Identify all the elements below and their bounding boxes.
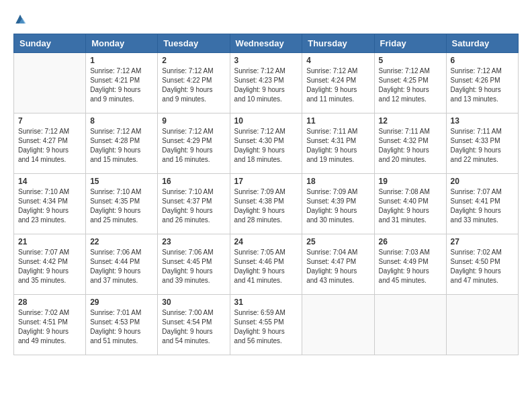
calendar-cell: 16Sunrise: 7:10 AMSunset: 4:37 PMDayligh… — [158, 174, 230, 234]
week-row-5: 28Sunrise: 7:02 AMSunset: 4:51 PMDayligh… — [14, 295, 519, 355]
logo-icon — [13, 13, 27, 27]
day-number: 27 — [451, 237, 514, 246]
day-info: Sunrise: 7:12 AMSunset: 4:29 PMDaylight:… — [162, 127, 225, 165]
day-info: Sunrise: 7:10 AMSunset: 4:37 PMDaylight:… — [162, 187, 225, 225]
calendar-cell: 26Sunrise: 7:03 AMSunset: 4:49 PMDayligh… — [374, 234, 446, 295]
calendar-cell: 8Sunrise: 7:12 AMSunset: 4:28 PMDaylight… — [86, 113, 158, 174]
calendar-cell: 10Sunrise: 7:12 AMSunset: 4:30 PMDayligh… — [230, 113, 302, 174]
day-number: 19 — [379, 177, 442, 186]
calendar-cell: 18Sunrise: 7:09 AMSunset: 4:39 PMDayligh… — [302, 174, 374, 234]
calendar-cell: 13Sunrise: 7:11 AMSunset: 4:33 PMDayligh… — [446, 113, 518, 174]
calendar-cell: 19Sunrise: 7:08 AMSunset: 4:40 PMDayligh… — [374, 174, 446, 234]
day-info: Sunrise: 7:08 AMSunset: 4:40 PMDaylight:… — [379, 187, 442, 225]
week-row-1: 1Sunrise: 7:12 AMSunset: 4:21 PMDaylight… — [14, 53, 519, 113]
day-number: 11 — [306, 116, 369, 126]
calendar-cell: 14Sunrise: 7:10 AMSunset: 4:34 PMDayligh… — [14, 174, 86, 234]
day-info: Sunrise: 7:12 AMSunset: 4:21 PMDaylight:… — [90, 66, 153, 104]
day-number: 24 — [234, 237, 298, 246]
day-number: 23 — [162, 237, 225, 246]
day-info: Sunrise: 7:04 AMSunset: 4:47 PMDaylight:… — [306, 248, 369, 285]
calendar-cell: 17Sunrise: 7:09 AMSunset: 4:38 PMDayligh… — [230, 174, 302, 234]
calendar-cell: 7Sunrise: 7:12 AMSunset: 4:27 PMDaylight… — [14, 113, 86, 174]
calendar-cell: 31Sunrise: 6:59 AMSunset: 4:55 PMDayligh… — [230, 295, 302, 355]
col-header-sunday: Sunday — [14, 34, 86, 53]
day-number: 3 — [234, 56, 298, 65]
day-number: 14 — [18, 177, 81, 186]
day-info: Sunrise: 7:00 AMSunset: 4:54 PMDaylight:… — [162, 308, 225, 346]
day-info: Sunrise: 7:12 AMSunset: 4:23 PMDaylight:… — [234, 66, 298, 104]
day-info: Sunrise: 7:02 AMSunset: 4:50 PMDaylight:… — [451, 248, 514, 285]
calendar-cell: 9Sunrise: 7:12 AMSunset: 4:29 PMDaylight… — [158, 113, 230, 174]
calendar-cell: 25Sunrise: 7:04 AMSunset: 4:47 PMDayligh… — [302, 234, 374, 295]
calendar-cell: 11Sunrise: 7:11 AMSunset: 4:31 PMDayligh… — [302, 113, 374, 174]
day-number: 17 — [234, 177, 298, 186]
day-info: Sunrise: 7:12 AMSunset: 4:25 PMDaylight:… — [379, 66, 442, 104]
day-info: Sunrise: 7:03 AMSunset: 4:49 PMDaylight:… — [379, 248, 442, 285]
day-info: Sunrise: 7:12 AMSunset: 4:22 PMDaylight:… — [162, 66, 225, 104]
calendar-cell: 29Sunrise: 7:01 AMSunset: 4:53 PMDayligh… — [86, 295, 158, 355]
day-info: Sunrise: 7:01 AMSunset: 4:53 PMDaylight:… — [90, 308, 153, 346]
calendar-cell — [374, 295, 446, 355]
day-number: 28 — [18, 298, 81, 307]
day-info: Sunrise: 7:07 AMSunset: 4:41 PMDaylight:… — [451, 187, 514, 225]
col-header-thursday: Thursday — [302, 34, 374, 53]
week-row-3: 14Sunrise: 7:10 AMSunset: 4:34 PMDayligh… — [14, 174, 519, 234]
col-header-friday: Friday — [374, 34, 446, 53]
day-info: Sunrise: 7:11 AMSunset: 4:31 PMDaylight:… — [306, 127, 369, 165]
col-header-wednesday: Wednesday — [230, 34, 302, 53]
day-number: 16 — [162, 177, 225, 186]
calendar-cell: 5Sunrise: 7:12 AMSunset: 4:25 PMDaylight… — [374, 53, 446, 113]
day-info: Sunrise: 7:10 AMSunset: 4:34 PMDaylight:… — [18, 187, 81, 225]
logo — [13, 13, 30, 27]
day-number: 5 — [379, 56, 442, 65]
calendar-cell — [14, 53, 86, 113]
calendar-cell: 1Sunrise: 7:12 AMSunset: 4:21 PMDaylight… — [86, 53, 158, 113]
day-number: 18 — [306, 177, 369, 186]
page-header — [13, 13, 519, 27]
day-info: Sunrise: 7:11 AMSunset: 4:33 PMDaylight:… — [451, 127, 514, 165]
week-row-2: 7Sunrise: 7:12 AMSunset: 4:27 PMDaylight… — [14, 113, 519, 174]
day-number: 1 — [90, 56, 153, 65]
calendar-cell: 22Sunrise: 7:06 AMSunset: 4:44 PMDayligh… — [86, 234, 158, 295]
calendar-cell: 21Sunrise: 7:07 AMSunset: 4:42 PMDayligh… — [14, 234, 86, 295]
day-info: Sunrise: 6:59 AMSunset: 4:55 PMDaylight:… — [234, 308, 298, 346]
calendar-cell — [446, 295, 518, 355]
day-number: 6 — [451, 56, 514, 65]
day-info: Sunrise: 7:12 AMSunset: 4:28 PMDaylight:… — [90, 127, 153, 165]
day-info: Sunrise: 7:12 AMSunset: 4:27 PMDaylight:… — [18, 127, 81, 165]
day-number: 26 — [379, 237, 442, 246]
day-info: Sunrise: 7:02 AMSunset: 4:51 PMDaylight:… — [18, 308, 81, 346]
calendar-cell: 3Sunrise: 7:12 AMSunset: 4:23 PMDaylight… — [230, 53, 302, 113]
day-info: Sunrise: 7:11 AMSunset: 4:32 PMDaylight:… — [379, 127, 442, 165]
day-info: Sunrise: 7:12 AMSunset: 4:30 PMDaylight:… — [234, 127, 298, 165]
day-info: Sunrise: 7:09 AMSunset: 4:38 PMDaylight:… — [234, 187, 298, 225]
day-info: Sunrise: 7:06 AMSunset: 4:44 PMDaylight:… — [90, 248, 153, 285]
col-header-saturday: Saturday — [446, 34, 518, 53]
week-row-4: 21Sunrise: 7:07 AMSunset: 4:42 PMDayligh… — [14, 234, 519, 295]
day-number: 7 — [18, 116, 81, 126]
day-number: 15 — [90, 177, 153, 186]
day-info: Sunrise: 7:09 AMSunset: 4:39 PMDaylight:… — [306, 187, 369, 225]
day-number: 4 — [306, 56, 369, 65]
day-number: 31 — [234, 298, 298, 307]
calendar-cell: 27Sunrise: 7:02 AMSunset: 4:50 PMDayligh… — [446, 234, 518, 295]
day-number: 25 — [306, 237, 369, 246]
day-info: Sunrise: 7:07 AMSunset: 4:42 PMDaylight:… — [18, 248, 81, 285]
calendar-cell — [302, 295, 374, 355]
day-number: 13 — [451, 116, 514, 126]
day-info: Sunrise: 7:10 AMSunset: 4:35 PMDaylight:… — [90, 187, 153, 225]
day-info: Sunrise: 7:05 AMSunset: 4:46 PMDaylight:… — [234, 248, 298, 285]
calendar-cell: 4Sunrise: 7:12 AMSunset: 4:24 PMDaylight… — [302, 53, 374, 113]
day-number: 21 — [18, 237, 81, 246]
day-number: 10 — [234, 116, 298, 126]
calendar-cell: 6Sunrise: 7:12 AMSunset: 4:26 PMDaylight… — [446, 53, 518, 113]
day-number: 8 — [90, 116, 153, 126]
calendar-cell: 23Sunrise: 7:06 AMSunset: 4:45 PMDayligh… — [158, 234, 230, 295]
calendar-cell: 15Sunrise: 7:10 AMSunset: 4:35 PMDayligh… — [86, 174, 158, 234]
calendar-header-row: SundayMondayTuesdayWednesdayThursdayFrid… — [14, 34, 519, 53]
day-number: 30 — [162, 298, 225, 307]
day-number: 9 — [162, 116, 225, 126]
calendar-cell: 28Sunrise: 7:02 AMSunset: 4:51 PMDayligh… — [14, 295, 86, 355]
day-info: Sunrise: 7:06 AMSunset: 4:45 PMDaylight:… — [162, 248, 225, 285]
calendar-cell: 30Sunrise: 7:00 AMSunset: 4:54 PMDayligh… — [158, 295, 230, 355]
